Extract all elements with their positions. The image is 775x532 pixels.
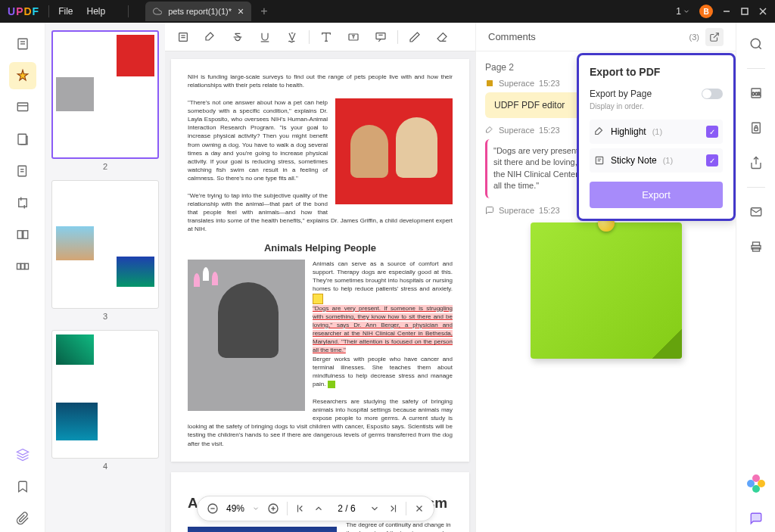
close-zoombar-button[interactable]: [414, 503, 425, 514]
svg-rect-13: [18, 199, 26, 207]
thumbnails-button[interactable]: [9, 30, 36, 58]
sticky-note-preview: [531, 222, 682, 359]
checkbox-checked-icon[interactable]: ✓: [706, 154, 718, 166]
export-option-sticky[interactable]: Sticky Note(1) ✓: [590, 148, 723, 173]
ocr-button[interactable]: OCR: [742, 79, 770, 107]
email-button[interactable]: [742, 198, 770, 226]
zoom-percent[interactable]: 49%: [226, 503, 244, 514]
sticky-note-marker[interactable]: [328, 381, 335, 388]
share-button[interactable]: [742, 149, 770, 176]
eraser-tool[interactable]: [431, 26, 453, 48]
layers-button[interactable]: [9, 126, 36, 153]
menu-file[interactable]: File: [58, 6, 73, 17]
bookmarks-button[interactable]: [9, 94, 36, 121]
svg-rect-19: [20, 263, 24, 269]
svg-rect-17: [23, 231, 27, 239]
svg-rect-45: [754, 128, 758, 131]
attachment-icon[interactable]: [9, 505, 36, 532]
stack-icon[interactable]: [9, 441, 36, 468]
ai-button[interactable]: [742, 470, 770, 497]
export-button[interactable]: Export: [590, 182, 723, 208]
underline-tool[interactable]: [254, 26, 275, 48]
sticky-note-marker[interactable]: [313, 294, 323, 304]
thumb-label: 4: [51, 462, 159, 471]
last-page-button[interactable]: [388, 503, 398, 514]
comments-panel: Comments (3) Page 2 Superace15:23 UDPF P…: [475, 23, 736, 532]
left-toolbar: [0, 23, 45, 532]
svg-rect-9: [18, 134, 26, 145]
squiggly-tool[interactable]: [282, 26, 303, 48]
thumb-label: 2: [51, 162, 159, 171]
text-tool[interactable]: [316, 26, 337, 48]
page-indicator[interactable]: 1: [676, 6, 690, 17]
chat-button[interactable]: [742, 505, 770, 532]
cloud-icon: [153, 7, 162, 16]
highlight-tool[interactable]: [200, 26, 221, 48]
thumbnail-page-3[interactable]: 3: [51, 180, 159, 321]
svg-rect-36: [487, 80, 493, 86]
cat-image: [188, 260, 305, 411]
crop-button[interactable]: [9, 189, 36, 216]
pencil-tool[interactable]: [404, 26, 425, 48]
svg-marker-21: [17, 450, 28, 456]
compare-button[interactable]: [9, 221, 36, 248]
export-pdf-popup: Export to PDF Export by Page Display in …: [577, 53, 736, 221]
zoom-out-button[interactable]: [207, 502, 219, 515]
highlight-icon: [594, 126, 605, 137]
svg-rect-16: [17, 231, 22, 239]
user-avatar[interactable]: B: [699, 5, 713, 18]
svg-rect-33: [376, 33, 385, 39]
tab-add-button[interactable]: +: [260, 5, 267, 18]
export-bypage-toggle[interactable]: [702, 89, 723, 99]
callout-tool[interactable]: [370, 26, 391, 48]
page-counter[interactable]: 2 / 6: [331, 503, 362, 514]
fields-button[interactable]: [9, 157, 36, 185]
search-button[interactable]: [742, 30, 770, 58]
tab-title: pets report(1)(1)*: [168, 7, 232, 16]
zoom-in-button[interactable]: [267, 502, 279, 515]
window-maximize-button[interactable]: [740, 7, 749, 16]
document-tab[interactable]: pets report(1)(1)* ×: [145, 2, 251, 21]
thumb-label: 3: [51, 312, 159, 321]
strikethrough-tool[interactable]: [227, 26, 248, 48]
svg-rect-18: [17, 263, 20, 269]
window-minimize-button[interactable]: [722, 7, 731, 16]
protect-button[interactable]: [742, 114, 770, 142]
sticky-note-icon: [594, 155, 605, 166]
section-heading: Animals Helping People: [188, 241, 453, 255]
window-close-button[interactable]: [758, 7, 767, 16]
annotations-button[interactable]: [9, 62, 36, 89]
page-viewport[interactable]: NIH is funding large-scale surveys to fi…: [165, 51, 475, 532]
sticky-note-icon: [485, 79, 494, 88]
export-sub: Display in order.: [590, 102, 723, 110]
note-tool[interactable]: [173, 26, 194, 48]
thumbnail-panel: 2 3 4: [45, 23, 165, 532]
thumbnail-page-2[interactable]: 2: [51, 30, 159, 171]
checkbox-checked-icon[interactable]: ✓: [706, 126, 718, 138]
export-comments-button[interactable]: [705, 28, 724, 46]
svg-rect-20: [25, 263, 29, 269]
textbox-tool[interactable]: [343, 26, 364, 48]
svg-rect-1: [742, 8, 748, 14]
titlebar: UPDF File Help pets report(1)(1)* × + 1 …: [0, 0, 775, 23]
svg-line-41: [758, 46, 761, 48]
comment-item[interactable]: Superace15:23: [485, 206, 727, 359]
svg-point-40: [751, 39, 760, 48]
export-option-highlight[interactable]: Highlight(1) ✓: [590, 120, 723, 144]
comments-count: (3): [689, 33, 699, 42]
app-logo: UPDF: [8, 5, 39, 17]
chevron-down-icon[interactable]: [252, 505, 260, 512]
bookmark-icon[interactable]: [9, 473, 36, 500]
print-button[interactable]: [742, 233, 770, 260]
prev-page-button[interactable]: [313, 503, 324, 514]
next-page-button[interactable]: [369, 503, 380, 514]
thumbnail-page-4[interactable]: 4: [51, 330, 159, 471]
first-page-button[interactable]: [295, 503, 306, 514]
content-area: NIH is funding large-scale surveys to fi…: [165, 23, 475, 532]
chat-icon: [485, 206, 494, 215]
tab-close-icon[interactable]: ×: [238, 5, 244, 17]
body-text: NIH is funding large-scale surveys to fi…: [188, 73, 453, 89]
svg-rect-7: [17, 103, 28, 111]
menu-help[interactable]: Help: [87, 6, 106, 17]
organize-button[interactable]: [9, 253, 36, 280]
